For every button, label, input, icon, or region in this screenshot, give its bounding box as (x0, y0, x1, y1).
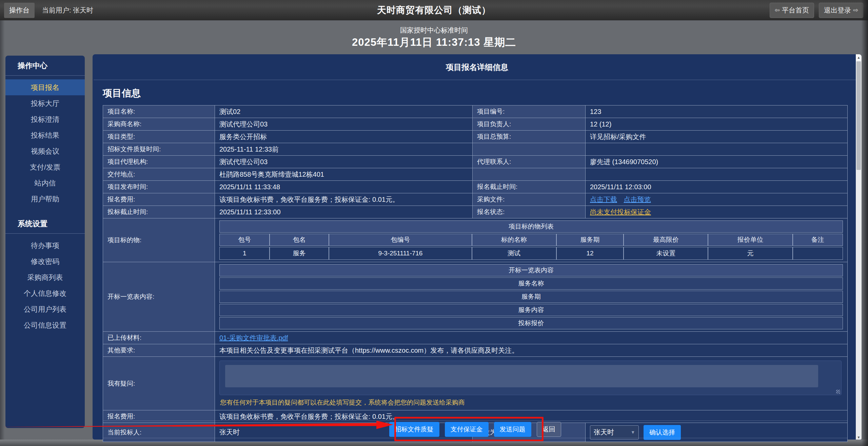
resize-grip-icon[interactable] (836, 390, 840, 394)
field-label: 报名状态: (473, 206, 586, 218)
field-value: 12 (12) (586, 118, 848, 131)
table-row: 投标截止时间: 2025/11/11 12:33:00 报名状态: 尚未支付投标… (103, 206, 848, 218)
field-label: 项目类型: (103, 131, 215, 143)
field-value: 杜鹃路858号奥克斯缔壹城12栋401 (215, 168, 473, 181)
table-row: 项目发布时间: 2025/11/11 11:33:48 报名截止时间: 2025… (103, 181, 848, 193)
console-button[interactable]: 操作台 (4, 3, 35, 18)
field-value-empty (586, 143, 848, 156)
field-value: 测试代理公司03 (215, 118, 473, 131)
table-row: 报名费用: 该项目免收标书费，免收平台服务费；投标保证金: 0.01元。 采购文… (103, 193, 848, 206)
goods-col-header: 包编号 (329, 234, 472, 246)
goods-cell: 9-3-251111-716 (329, 247, 472, 260)
goods-cell: 测试 (472, 247, 556, 260)
field-label: 开标一览表内容: (103, 262, 215, 332)
send-question-button[interactable]: 发送问题 (494, 422, 531, 437)
question-box (219, 361, 842, 395)
goods-header-row: 包号 包名 包编号 标的名称 服务期 最高限价 报价单位 备注 (219, 234, 843, 246)
field-label: 我有疑问: (103, 357, 215, 410)
table-row: 项目类型: 服务类公开招标 项目总预算: 详见招标/采购文件 (103, 131, 848, 143)
goods-cell: 12 (556, 247, 624, 260)
sidebar-item-project-signup[interactable]: 项目报名 (5, 79, 85, 95)
sidebar-item-todo[interactable]: 待办事项 (5, 237, 85, 253)
download-doc-link[interactable]: 点击下载 (590, 196, 617, 203)
left-edge-shadow (0, 20, 5, 446)
sidebar-item-profile-edit[interactable]: 个人信息修改 (5, 285, 85, 301)
goods-row: 项目标的物: 项目标的物列表 包号 包名 包编号 标的名称 服务期 最高限价 报… (103, 218, 848, 262)
goods-col-header: 最高限价 (624, 234, 708, 246)
field-label-empty (473, 168, 586, 181)
sidebar-item-purchaser-list[interactable]: 采购商列表 (5, 269, 85, 285)
table-row: 已上传材料: 01-采购文件审批表.pdf (103, 332, 848, 344)
field-label: 采购商名称: (103, 118, 215, 131)
signup-status-link[interactable]: 尚未支付投标保证金 (590, 208, 651, 216)
table-row: 项目名称: 测试02 项目编号: 123 (103, 105, 848, 118)
goods-col-header: 标的名称 (472, 234, 556, 246)
scroll-up-icon[interactable]: ▲ (856, 54, 862, 61)
field-label: 项目负责人: (473, 118, 586, 131)
field-value: 服务类公开招标 (215, 131, 473, 143)
platform-home-button[interactable]: ⇦ 平台首页 (770, 3, 814, 18)
sidebar-item-company-settings[interactable]: 公司信息设置 (5, 317, 85, 333)
bid-table-title: 开标一览表内容 (219, 264, 843, 276)
goods-col-header: 备注 (793, 234, 843, 246)
field-label: 投标截止时间: (103, 206, 215, 218)
table-row: 其他要求: 本项目相关公告及变更事项在招采测试平台（https://www.cs… (103, 344, 848, 357)
sidebar-item-pay-invoice[interactable]: 支付/发票 (5, 159, 85, 175)
scrollbar-thumb[interactable] (856, 61, 861, 170)
field-value: 2025/11/11 12:03:00 (586, 181, 848, 193)
field-label: 已上传材料: (103, 332, 215, 344)
goods-cell: 1 (219, 247, 270, 260)
field-label: 项目编号: (473, 105, 586, 118)
field-label: 招标文件质疑时间: (103, 143, 215, 156)
goods-col-header: 包号 (219, 234, 270, 246)
sidebar-item-bid-hall[interactable]: 投标大厅 (5, 95, 85, 111)
field-value: 测试代理公司03 (215, 156, 473, 168)
scrollbar[interactable]: ▲ ▼ (856, 54, 862, 440)
section-title: 项目信息 (103, 87, 862, 100)
table-row: 采购商名称: 测试代理公司03 项目负责人: 12 (12) (103, 118, 848, 131)
page-title: 项目报名详细信息 (93, 54, 862, 80)
question-textarea[interactable] (225, 365, 818, 387)
project-info-table: 项目名称: 测试02 项目编号: 123 采购商名称: 测试代理公司03 项目负… (103, 105, 848, 442)
table-row: 项目代理机构: 测试代理公司03 代理联系人: 廖先进 (13469070520… (103, 156, 848, 168)
goods-data-row: 1 服务 9-3-251111-716 测试 12 未设置 元 (219, 247, 843, 260)
field-label: 报名费用: (103, 193, 215, 206)
uploaded-file-link[interactable]: 01-采购文件审批表.pdf (219, 334, 288, 342)
sidebar-item-change-password[interactable]: 修改密码 (5, 253, 85, 269)
sidebar-item-user-help[interactable]: 用户帮助 (5, 191, 85, 207)
preview-doc-link[interactable]: 点击预览 (624, 196, 651, 203)
return-button[interactable]: 返回 (537, 422, 561, 437)
logout-label: 退出登录 (824, 6, 851, 15)
sidebar-header-operations: 操作中心 (5, 56, 85, 76)
field-label: 其他要求: (103, 344, 215, 357)
field-label: 项目发布时间: (103, 181, 215, 193)
platform-home-label: 平台首页 (782, 6, 809, 15)
sidebar-item-bid-clarify[interactable]: 投标澄清 (5, 111, 85, 127)
sidebar-item-bid-result[interactable]: 投标结果 (5, 127, 85, 143)
question-row: 我有疑问: 您有任何对于本项目的疑问都可以在此处填写提交，系统将会把您的问题发送… (103, 357, 848, 410)
sidebar-item-video-meeting[interactable]: 视频会议 (5, 143, 85, 159)
field-value: 2025-11-11 12:33前 (215, 143, 473, 156)
pay-deposit-button[interactable]: 支付保证金 (445, 422, 489, 437)
bid-table-row: 服务名称 (219, 277, 843, 290)
sidebar-item-company-users[interactable]: 公司用户列表 (5, 301, 85, 317)
scroll-down-icon[interactable]: ▼ (856, 435, 862, 439)
main-panel: 项目报名详细信息 项目信息 项目名称: 测试02 项目编号: 123 采购商名称… (93, 54, 862, 440)
logout-button[interactable]: 退出登录 ⇨ (819, 3, 863, 18)
field-label: 项目代理机构: (103, 156, 215, 168)
field-value: 廖先进 (13469070520) (586, 156, 848, 168)
top-bar: 操作台 当前用户: 张天时 天时商贸有限公司（测试） ⇦ 平台首页 退出登录 ⇨ (0, 0, 868, 20)
field-label: 项目名称: (103, 105, 215, 118)
company-title: 天时商贸有限公司（测试） (377, 4, 491, 16)
field-label: 交付地点: (103, 168, 215, 181)
doc-question-button[interactable]: 招标文件质疑 (389, 422, 439, 437)
sidebar-item-site-mail[interactable]: 站内信 (5, 175, 85, 191)
goods-cell: 未设置 (624, 247, 708, 260)
clock-caption: 国家授时中心标准时间 (0, 26, 868, 35)
clock-datetime: 2025年11月11日 11:37:13 星期二 (0, 35, 868, 50)
field-label: 采购文件: (473, 193, 586, 206)
bid-table-row: 服务内容 (219, 304, 843, 316)
sidebar: 操作中心 项目报名 投标大厅 投标澄清 投标结果 视频会议 支付/发票 站内信 … (5, 56, 85, 428)
goods-cell: 服务 (270, 247, 329, 260)
home-arrow-icon: ⇦ (775, 6, 780, 14)
